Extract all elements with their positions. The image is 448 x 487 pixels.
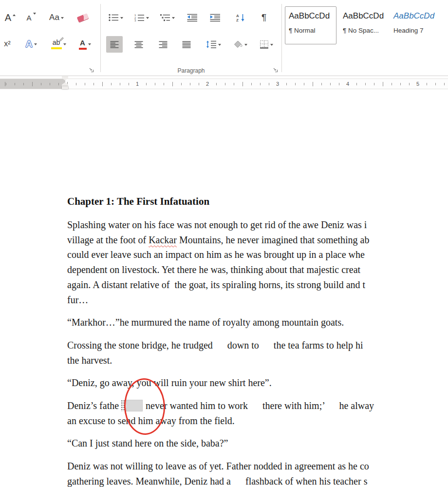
object-placeholder-box: [126, 400, 143, 411]
increase-indent-icon: [210, 14, 221, 22]
chevron-down-icon[interactable]: [146, 17, 149, 20]
horizontal-ruler: 12345: [0, 76, 448, 92]
align-right-button[interactable]: [155, 36, 171, 53]
ruler-number: 4: [345, 81, 351, 87]
multilevel-list-icon: [160, 14, 170, 21]
text-run: village at the foot of: [67, 234, 149, 245]
numbering-button[interactable]: 1 2 3: [130, 8, 154, 27]
text-highlight-color-button[interactable]: ab: [45, 34, 72, 54]
style-card-no-spacing[interactable]: AaBbCcDd ¶ No Spac...: [339, 6, 388, 44]
text-effects-button[interactable]: A: [19, 34, 43, 54]
shrink-font-button[interactable]: A: [22, 8, 40, 27]
text-line[interactable]: “Markhor…”he murmured the name of royalt…: [67, 315, 448, 330]
paragraph-dialog-launcher[interactable]: [272, 66, 279, 73]
paragraph: “Can I just stand here on the side, baba…: [67, 436, 448, 451]
chapter-heading[interactable]: Chapter 1: The First Infatuation: [67, 194, 448, 209]
decrease-indent-icon: [187, 14, 198, 22]
bullets-icon: [109, 14, 119, 21]
ribbon: A A Aa x² A ab: [0, 0, 448, 76]
paragraph: “Deniz, go away, you will ruin your new …: [67, 375, 448, 390]
style-card-normal[interactable]: AaBbCcDd ¶ Normal: [285, 6, 336, 44]
paragraph: Deniz was not willing to leave as of yet…: [67, 459, 448, 487]
text-line[interactable]: village at the foot of Kackar Mountains,…: [67, 233, 448, 248]
text-line[interactable]: Deniz was not willing to leave as of yet…: [67, 459, 448, 474]
left-indent-marker[interactable]: [62, 86, 68, 89]
word-window: A A Aa x² A ab: [0, 0, 448, 487]
paragraph: Splashing water on his face was not enou…: [67, 217, 448, 307]
align-left-icon: [110, 41, 119, 48]
style-preview: AaBbCcDd: [343, 11, 387, 21]
dialog-launcher-icon: [273, 67, 278, 73]
chevron-down-icon[interactable]: [218, 44, 221, 47]
font-color-letter: A: [80, 39, 85, 47]
font-color-button[interactable]: A: [73, 34, 96, 54]
style-card-heading7[interactable]: AaBbCcDd Heading 7: [390, 6, 445, 44]
font-color-icon: A: [79, 39, 87, 50]
text-line[interactable]: Deniz’s fathenever wanted him to work th…: [67, 398, 448, 413]
justify-button[interactable]: [178, 36, 195, 53]
grow-font-button[interactable]: A: [1, 8, 19, 27]
change-case-button[interactable]: Aa: [43, 8, 70, 27]
ruler-number: 2: [205, 81, 210, 87]
numbering-icon: 1 2 3: [134, 14, 145, 21]
align-center-button[interactable]: [131, 36, 147, 53]
text-line[interactable]: fur…: [67, 292, 448, 308]
svg-text:Z: Z: [236, 18, 239, 22]
paragraph-group-label: Paragraph: [101, 67, 281, 74]
style-label: ¶ No Spac...: [343, 27, 387, 34]
justify-icon: [182, 41, 191, 48]
align-left-button[interactable]: [106, 36, 123, 53]
style-preview: AaBbCcDd: [289, 11, 336, 21]
borders-button[interactable]: [254, 36, 279, 53]
text-line[interactable]: “Can I just stand here on the side, baba…: [67, 436, 448, 451]
text-run: Mountains, he never imagined that someth…: [177, 234, 369, 245]
shrink-font-arrow-icon: [33, 13, 36, 16]
pilcrow-icon: ¶: [261, 12, 266, 23]
text-line[interactable]: again. A distant relative of the goat, i…: [67, 277, 448, 292]
align-center-icon: [134, 41, 143, 48]
ruler-number: 1: [134, 81, 140, 87]
borders-icon: [260, 40, 269, 49]
text-run: never wanted him to work there with him;…: [146, 400, 374, 411]
increase-indent-button[interactable]: [205, 8, 225, 27]
text-line[interactable]: could ever leave such an impact on him a…: [67, 247, 448, 262]
chevron-down-icon[interactable]: [244, 44, 247, 47]
embedded-object[interactable]: [121, 400, 143, 411]
chevron-down-icon: [61, 17, 64, 20]
text-line[interactable]: Splashing water on his face was not enou…: [67, 217, 448, 233]
misspelled-word[interactable]: Kackar: [149, 234, 177, 245]
text-run: Deniz’s fathe: [67, 400, 119, 411]
text-line[interactable]: “Deniz, go away, you will ruin your new …: [67, 375, 448, 390]
clear-formatting-button[interactable]: [72, 8, 93, 27]
document-page[interactable]: Chapter 1: The First Infatuation Splashi…: [0, 92, 448, 487]
chevron-down-icon[interactable]: [120, 17, 123, 20]
chevron-down-icon[interactable]: [270, 44, 273, 47]
eraser-icon: [77, 13, 89, 22]
chevron-down-icon[interactable]: [88, 43, 91, 47]
text-line[interactable]: the harvest.: [67, 353, 448, 368]
style-preview: AaBbCcDd: [393, 11, 445, 21]
show-hide-pilcrow-button[interactable]: ¶: [255, 8, 273, 27]
text-line[interactable]: an excuse to send him away from the fiel…: [67, 413, 448, 429]
svg-text:3: 3: [134, 19, 136, 21]
font-color-bar: [79, 48, 87, 50]
superscript-button[interactable]: x²: [0, 34, 16, 54]
shrink-font-letter: A: [26, 14, 31, 22]
multilevel-list-button[interactable]: [156, 8, 179, 27]
line-spacing-button[interactable]: [202, 36, 225, 53]
bullets-button[interactable]: [104, 8, 128, 27]
superscript-label: x²: [4, 39, 10, 48]
chevron-down-icon[interactable]: [172, 17, 175, 20]
text-line[interactable]: dependent on livestock. Yet there he was…: [67, 262, 448, 277]
font-dialog-launcher[interactable]: [88, 66, 94, 73]
shading-button[interactable]: [228, 36, 252, 53]
text-line[interactable]: gathering leaves. Meanwhile, Deniz had a…: [67, 474, 448, 487]
sort-button[interactable]: A Z: [231, 8, 250, 27]
change-case-label: Aa: [49, 13, 59, 22]
text-line[interactable]: Crossing the stone bridge, he trudged do…: [67, 338, 448, 353]
group-divider: [281, 4, 282, 72]
decrease-indent-button[interactable]: [183, 8, 202, 27]
highlight-icon: ab: [51, 39, 62, 49]
svg-text:A: A: [236, 14, 239, 18]
chevron-down-icon[interactable]: [63, 43, 66, 47]
